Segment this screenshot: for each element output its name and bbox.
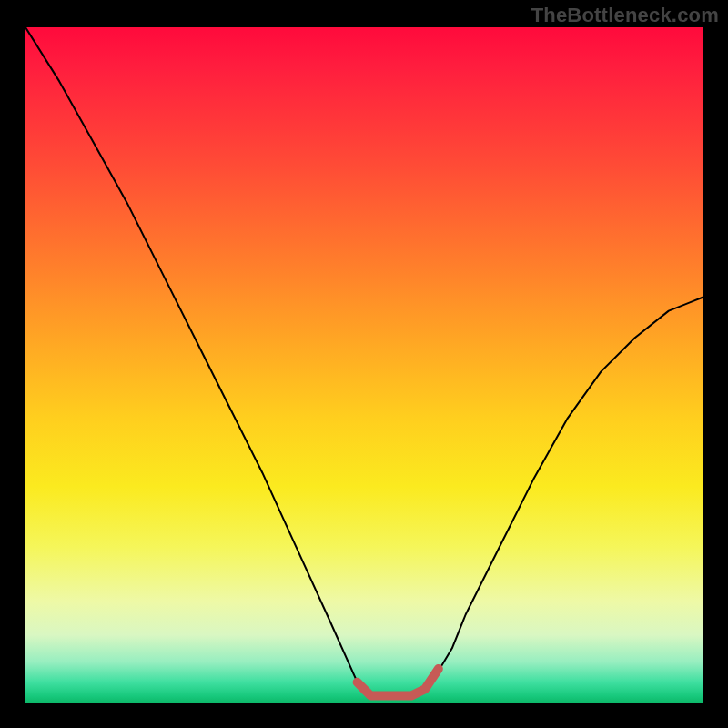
curve-layer <box>25 27 703 703</box>
bottleneck-curve <box>25 27 703 696</box>
plot-area <box>25 27 703 703</box>
optimal-range-marker <box>358 669 439 696</box>
watermark-text: TheBottleneck.com <box>531 4 719 27</box>
chart-frame: TheBottleneck.com <box>0 0 728 728</box>
